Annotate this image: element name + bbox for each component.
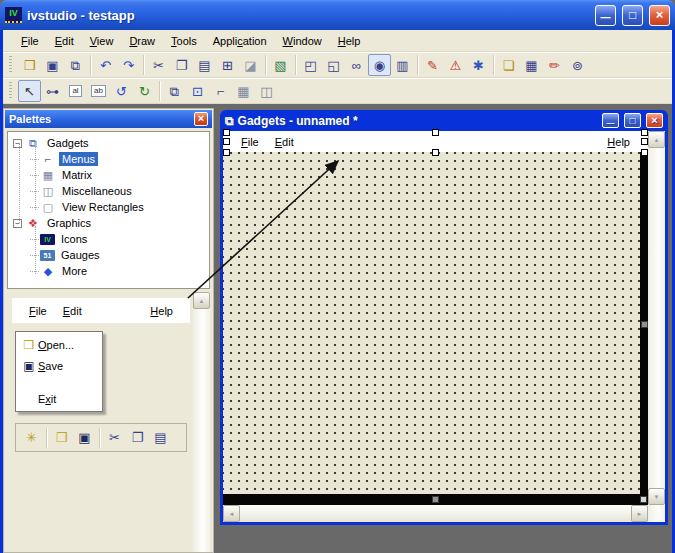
zoom-panel-button[interactable]: ◉ xyxy=(368,54,391,76)
tree-item-label[interactable]: View Rectangles xyxy=(59,200,147,214)
tree-item-label[interactable]: Graphics xyxy=(44,216,94,230)
minimize-button[interactable]: — xyxy=(595,5,616,26)
tree-item[interactable]: ▦ Matrix xyxy=(8,167,209,183)
palette-scrollbar[interactable]: ▲ xyxy=(193,292,210,552)
selection-handle[interactable] xyxy=(432,149,439,156)
tree-item-label[interactable]: More xyxy=(59,264,90,278)
redo-button[interactable]: ↷ xyxy=(117,54,140,76)
child-maximize-button[interactable]: □ xyxy=(624,113,641,128)
scroll-up-button[interactable]: ▲ xyxy=(648,131,665,148)
gadget-menu-item[interactable]: Help xyxy=(599,134,638,150)
toolbar-gripper[interactable] xyxy=(9,82,12,100)
cut-button[interactable]: ✂ xyxy=(103,427,126,449)
scroll-left-button[interactable]: ◄ xyxy=(223,505,240,522)
selection-handle[interactable] xyxy=(432,129,439,136)
selection-handle[interactable] xyxy=(223,129,230,136)
preview-toolbar-widget[interactable]: ✳ ❒ ▣ xyxy=(15,423,187,452)
menu-item[interactable]: Edit xyxy=(47,33,82,49)
tree-item-label[interactable]: Icons xyxy=(58,232,90,246)
gadget-menu-item[interactable]: Edit xyxy=(267,134,302,150)
label-tool-button[interactable]: al xyxy=(64,80,87,102)
save-button[interactable]: ▣ xyxy=(41,54,64,76)
child-titlebar[interactable]: ⧉ Gadgets - unnamed * — □ × xyxy=(223,110,665,131)
vertical-scrollbar[interactable]: ▲ ▼ xyxy=(648,131,665,522)
menu-item[interactable]: View xyxy=(82,33,122,49)
edit-table-button[interactable]: ✏ xyxy=(543,54,566,76)
select-tool-button[interactable]: ↖ xyxy=(18,80,41,102)
paste-button[interactable]: ▤ xyxy=(149,427,172,449)
menus-tool-button[interactable]: ⌐ xyxy=(209,80,232,102)
edit-source-button[interactable]: ✎ xyxy=(421,54,444,76)
tree-item[interactable]: IV Icons xyxy=(8,231,209,247)
tree-item[interactable]: − ❖ Graphics xyxy=(8,215,209,231)
gadget-menu-item[interactable]: File xyxy=(233,134,267,150)
menubar-gadget[interactable]: File Edit Help xyxy=(223,131,648,152)
resize-tool-button[interactable]: ⊡ xyxy=(186,80,209,102)
scroll-down-button[interactable]: ▼ xyxy=(648,488,665,505)
misc-tool-button[interactable]: ◫ xyxy=(255,80,278,102)
save-menu-item[interactable]: ▣ Save xyxy=(16,355,102,376)
tree-item-label[interactable]: Menus xyxy=(59,152,98,166)
tree-item[interactable]: ⌐ Menus xyxy=(8,151,209,167)
selection-handle[interactable] xyxy=(223,138,230,145)
cut-button[interactable]: ✂ xyxy=(147,54,170,76)
refresh-tool-button[interactable]: ↻ xyxy=(133,80,156,102)
tree-item-label[interactable]: Miscellaneous xyxy=(59,184,135,198)
paste-button[interactable]: ▤ xyxy=(193,54,216,76)
horizontal-scroll-track[interactable] xyxy=(240,505,631,522)
panel-table-button[interactable]: ▦ xyxy=(520,54,543,76)
image-button[interactable]: ▧ xyxy=(269,54,292,76)
edge-resize-handle[interactable] xyxy=(432,496,439,503)
preview-dropdown-widget[interactable]: ❒ Open... ▣ Save xyxy=(15,331,103,412)
preview-menu-item[interactable]: File xyxy=(21,303,55,319)
menu-item[interactable]: File xyxy=(13,33,47,49)
search-button[interactable]: ∞ xyxy=(345,54,368,76)
scroll-right-button[interactable]: ► xyxy=(631,505,648,522)
edge-resize-handle[interactable] xyxy=(640,496,647,503)
new-button[interactable]: ✳ xyxy=(20,427,43,449)
open-button[interactable]: ❒ xyxy=(18,54,41,76)
open-application-button[interactable]: ❏ xyxy=(497,54,520,76)
errors-button[interactable]: ⚠ xyxy=(444,54,467,76)
preview-menubar-widget[interactable]: File Edit Help xyxy=(12,298,190,323)
open-menu-item[interactable]: ❒ Open... xyxy=(16,334,102,355)
menu-item[interactable]: Draw xyxy=(121,33,163,49)
tree-item[interactable]: ◆ More xyxy=(8,263,209,279)
horizontal-scrollbar[interactable]: ◄ ► xyxy=(223,505,648,522)
palettes-close-button[interactable]: × xyxy=(194,112,208,126)
open-button[interactable]: ❒ xyxy=(50,427,73,449)
tree-expander[interactable]: − xyxy=(13,219,22,228)
copy-button[interactable]: ❐ xyxy=(170,54,193,76)
bring-forward-tool-button[interactable]: ⧉ xyxy=(163,80,186,102)
edit-panel-button[interactable]: ◱ xyxy=(322,54,345,76)
toolbar-gripper[interactable] xyxy=(9,56,12,74)
child-close-button[interactable]: × xyxy=(646,113,663,128)
scroll-up-button[interactable]: ▲ xyxy=(193,292,210,309)
save-button[interactable]: ▣ xyxy=(73,427,96,449)
menu-item[interactable]: Window xyxy=(275,33,330,49)
tree-item[interactable]: ▢ View Rectangles xyxy=(8,199,209,215)
matrix-tool-button[interactable]: ▦ xyxy=(232,80,255,102)
find-references-button[interactable]: ⊚ xyxy=(566,54,589,76)
menu-item[interactable]: Tools xyxy=(163,33,205,49)
main-titlebar[interactable]: IV ivstudio - testapp — □ × xyxy=(0,0,675,30)
preview-menu-item[interactable]: Edit xyxy=(55,303,90,319)
rotate-tool-button[interactable]: ↺ xyxy=(110,80,133,102)
copy-button[interactable]: ❐ xyxy=(126,427,149,449)
debug-button[interactable]: ✱ xyxy=(467,54,490,76)
palettes-panel-header[interactable]: Palettes × xyxy=(5,110,212,128)
tree-item-label[interactable]: Gauges xyxy=(58,248,103,262)
selection-handle[interactable] xyxy=(641,138,648,145)
tree-item-label[interactable]: Matrix xyxy=(59,168,95,182)
inspector-button[interactable]: ▥ xyxy=(391,54,414,76)
multiline-label-tool-button[interactable]: ab xyxy=(87,80,110,102)
menu-item[interactable]: Application xyxy=(205,33,275,49)
tree-item[interactable]: − ⧉ Gadgets xyxy=(8,135,209,151)
maximize-button[interactable]: □ xyxy=(622,5,643,26)
duplicate-button[interactable]: ⊞ xyxy=(216,54,239,76)
edit-points-tool-button[interactable]: ⊶ xyxy=(41,80,64,102)
save-all-button[interactable]: ⧉ xyxy=(64,54,87,76)
tree-item-label[interactable]: Gadgets xyxy=(44,136,92,150)
menu-item[interactable]: Help xyxy=(330,33,369,49)
eraser-button[interactable]: ◪ xyxy=(239,54,262,76)
